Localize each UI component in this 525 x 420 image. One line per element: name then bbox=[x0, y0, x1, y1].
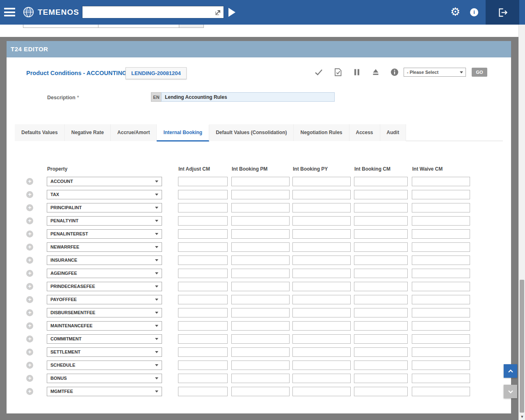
int-adjust-cm-input[interactable] bbox=[178, 282, 228, 291]
int-booking-py-input[interactable] bbox=[292, 216, 351, 226]
int-adjust-cm-input[interactable] bbox=[178, 242, 228, 252]
int-adjust-cm-input[interactable] bbox=[178, 321, 228, 331]
int-adjust-cm-input[interactable] bbox=[178, 269, 228, 278]
tab-negative-rate[interactable]: Negative Rate bbox=[65, 124, 111, 141]
int-booking-cm-input[interactable] bbox=[354, 269, 408, 278]
int-booking-cm-input[interactable] bbox=[354, 374, 408, 383]
int-booking-py-input[interactable] bbox=[292, 177, 351, 186]
add-row-icon[interactable]: + bbox=[26, 283, 33, 290]
int-booking-pm-input[interactable] bbox=[231, 229, 290, 239]
int-booking-cm-input[interactable] bbox=[354, 282, 408, 291]
int-booking-cm-input[interactable] bbox=[354, 216, 408, 226]
int-booking-py-input[interactable] bbox=[292, 203, 351, 212]
tab-defaults-values[interactable]: Defaults Values bbox=[15, 124, 65, 141]
gear-icon[interactable]: ⚙ bbox=[450, 6, 460, 18]
int-booking-pm-input[interactable] bbox=[231, 321, 290, 331]
int-waive-cm-input[interactable] bbox=[412, 216, 470, 226]
tab-accrue-amort[interactable]: Accrue/Amort bbox=[111, 124, 157, 141]
int-booking-pm-input[interactable] bbox=[231, 216, 290, 226]
int-adjust-cm-input[interactable] bbox=[178, 308, 228, 317]
int-booking-pm-input[interactable] bbox=[231, 295, 290, 304]
int-booking-cm-input[interactable] bbox=[354, 256, 408, 265]
int-booking-py-input[interactable] bbox=[292, 295, 351, 304]
property-select[interactable]: SETTLEMENT bbox=[47, 347, 162, 357]
int-booking-py-input[interactable] bbox=[292, 242, 351, 252]
int-booking-cm-input[interactable] bbox=[354, 347, 408, 357]
int-booking-py-input[interactable] bbox=[292, 347, 351, 357]
int-booking-pm-input[interactable] bbox=[231, 190, 290, 199]
int-waive-cm-input[interactable] bbox=[412, 308, 470, 317]
int-adjust-cm-input[interactable] bbox=[178, 203, 228, 212]
property-select[interactable]: PAYOFFFEE bbox=[47, 295, 162, 304]
int-waive-cm-input[interactable] bbox=[412, 334, 470, 344]
int-booking-pm-input[interactable] bbox=[231, 334, 290, 344]
scrollbar-down-arrow[interactable]: ▼ bbox=[519, 413, 525, 420]
add-row-icon[interactable]: + bbox=[26, 375, 33, 382]
int-adjust-cm-input[interactable] bbox=[178, 190, 228, 199]
int-adjust-cm-input[interactable] bbox=[178, 216, 228, 226]
int-booking-cm-input[interactable] bbox=[354, 242, 408, 252]
add-row-icon[interactable]: + bbox=[26, 336, 33, 342]
property-select[interactable]: MAINTENANCEFEE bbox=[47, 321, 162, 331]
go-button[interactable]: GO bbox=[472, 68, 487, 77]
int-booking-py-input[interactable] bbox=[292, 256, 351, 265]
int-booking-pm-input[interactable] bbox=[231, 374, 290, 383]
tab-default-values-consolidation-[interactable]: Default Values (Consolidation) bbox=[209, 124, 294, 141]
int-adjust-cm-input[interactable] bbox=[178, 374, 228, 383]
int-booking-py-input[interactable] bbox=[292, 282, 351, 291]
int-booking-pm-input[interactable] bbox=[231, 177, 290, 186]
tab-internal-booking[interactable]: Internal Booking bbox=[157, 125, 209, 142]
int-booking-cm-input[interactable] bbox=[354, 177, 408, 186]
property-select[interactable]: PENALTYINT bbox=[47, 216, 162, 226]
int-adjust-cm-input[interactable] bbox=[178, 229, 228, 239]
int-booking-cm-input[interactable] bbox=[354, 229, 408, 239]
int-adjust-cm-input[interactable] bbox=[178, 256, 228, 265]
description-input[interactable] bbox=[161, 92, 335, 102]
int-waive-cm-input[interactable] bbox=[412, 256, 470, 265]
info-icon[interactable]: i bbox=[470, 8, 478, 16]
int-waive-cm-input[interactable] bbox=[412, 177, 470, 186]
int-booking-pm-input[interactable] bbox=[231, 282, 290, 291]
int-booking-pm-input[interactable] bbox=[231, 256, 290, 265]
int-booking-cm-input[interactable] bbox=[354, 321, 408, 331]
tab-access[interactable]: Access bbox=[349, 124, 380, 141]
int-booking-py-input[interactable] bbox=[292, 361, 351, 370]
validate-icon[interactable] bbox=[333, 68, 342, 77]
int-waive-cm-input[interactable] bbox=[412, 387, 470, 396]
int-waive-cm-input[interactable] bbox=[412, 374, 470, 383]
int-booking-py-input[interactable] bbox=[292, 190, 351, 199]
tab-negotiation-rules[interactable]: Negotiation Rules bbox=[294, 124, 349, 141]
property-select[interactable]: TAX bbox=[47, 190, 162, 199]
int-booking-cm-input[interactable] bbox=[354, 387, 408, 396]
scroll-to-top-button[interactable] bbox=[504, 364, 517, 378]
int-booking-pm-input[interactable] bbox=[231, 269, 290, 278]
int-adjust-cm-input[interactable] bbox=[178, 334, 228, 344]
int-waive-cm-input[interactable] bbox=[412, 190, 470, 199]
int-waive-cm-input[interactable] bbox=[412, 282, 470, 291]
action-select[interactable]: - Please Select bbox=[404, 68, 466, 77]
int-booking-cm-input[interactable] bbox=[354, 203, 408, 212]
int-booking-cm-input[interactable] bbox=[354, 361, 408, 370]
int-booking-cm-input[interactable] bbox=[354, 295, 408, 304]
int-adjust-cm-input[interactable] bbox=[178, 361, 228, 370]
int-waive-cm-input[interactable] bbox=[412, 203, 470, 212]
vertical-scrollbar[interactable]: ▼ bbox=[518, 25, 525, 420]
int-booking-py-input[interactable] bbox=[292, 387, 351, 396]
property-select[interactable]: COMMITMENT bbox=[47, 334, 162, 344]
property-select[interactable]: SCHEDULE bbox=[47, 361, 162, 370]
int-waive-cm-input[interactable] bbox=[412, 361, 470, 370]
int-adjust-cm-input[interactable] bbox=[178, 387, 228, 396]
add-row-icon[interactable]: + bbox=[26, 322, 33, 329]
hold-pause-icon[interactable] bbox=[352, 68, 361, 77]
run-icon[interactable] bbox=[228, 8, 235, 17]
property-select[interactable]: PRINDECREASEFEE bbox=[47, 282, 162, 291]
scroll-to-bottom-button[interactable] bbox=[504, 385, 517, 398]
add-row-icon[interactable]: + bbox=[26, 388, 33, 395]
more-info-icon[interactable] bbox=[390, 68, 399, 77]
int-booking-pm-input[interactable] bbox=[231, 347, 290, 357]
property-select[interactable]: ACCOUNT bbox=[47, 177, 162, 186]
menu-icon[interactable] bbox=[4, 8, 15, 17]
scrollbar-thumb[interactable] bbox=[520, 280, 524, 413]
add-row-icon[interactable]: + bbox=[26, 217, 33, 224]
add-row-icon[interactable]: + bbox=[26, 270, 33, 277]
